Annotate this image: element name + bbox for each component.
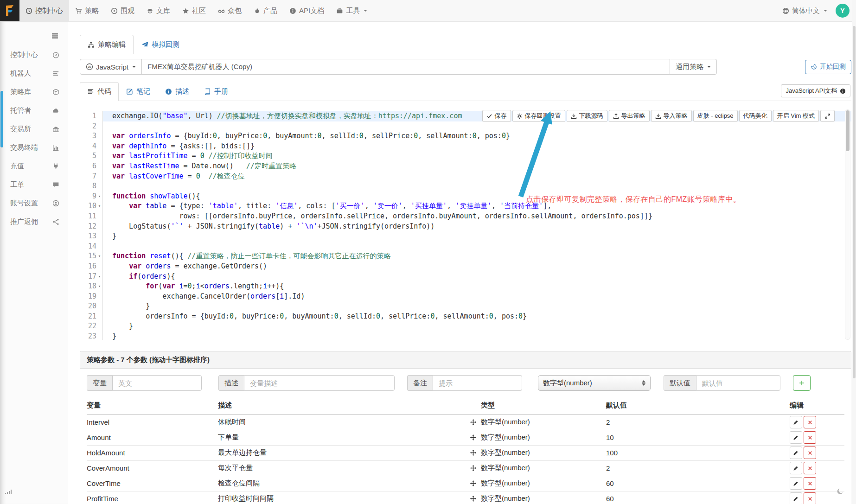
strategy-name-input[interactable] xyxy=(141,59,670,75)
nav-item-8[interactable]: 工具 xyxy=(330,0,373,21)
editor-tab-1[interactable]: 笔记 xyxy=(119,82,158,101)
move-icon[interactable] xyxy=(470,465,477,472)
delete-param-button[interactable] xyxy=(804,447,816,459)
nav-item-3[interactable]: 文库 xyxy=(141,0,176,21)
add-param-button[interactable] xyxy=(793,375,811,391)
code-line-20: 20 } xyxy=(80,301,851,312)
sidebar-collapse-button[interactable] xyxy=(0,22,68,45)
start-backtest-button[interactable]: 开始回测 xyxy=(805,60,851,74)
top-navbar: 控制中心策略围观文库社区众包产品API文档工具 简体中文 Y xyxy=(0,0,856,22)
edit-param-button[interactable] xyxy=(790,477,802,490)
delete-param-button[interactable] xyxy=(804,462,816,474)
delete-param-button[interactable] xyxy=(804,416,816,428)
caret-down-icon xyxy=(132,66,136,68)
move-icon[interactable] xyxy=(470,480,477,487)
page-tab-0[interactable]: 策略编辑 xyxy=(80,35,134,54)
page-tabs: 策略编辑模拟回测 xyxy=(80,35,851,54)
nav-item-6[interactable]: 产品 xyxy=(248,0,283,21)
code-editor[interactable]: 1exchange.IO("base", Url) //切换基地址，方便切换实盘… xyxy=(80,109,851,340)
sidebar-item-4[interactable]: 交易所 xyxy=(0,120,68,138)
info-circle-icon xyxy=(289,7,296,14)
language-selector[interactable]: 简体中文 xyxy=(782,6,827,15)
edit-param-button[interactable] xyxy=(790,416,802,428)
save-button[interactable]: 保存 xyxy=(482,110,511,122)
avatar[interactable]: Y xyxy=(836,4,850,18)
fmz-logo[interactable] xyxy=(0,0,19,21)
delete-param-button[interactable] xyxy=(804,492,816,504)
move-icon[interactable] xyxy=(470,495,477,502)
move-icon[interactable] xyxy=(470,449,477,456)
editor-scrollbar[interactable] xyxy=(845,109,850,340)
api-doc-button[interactable]: JavaScript API文档 xyxy=(781,84,850,97)
beautify-code-button[interactable]: 代码美化 xyxy=(739,110,772,122)
category-dropdown[interactable]: 通用策略 xyxy=(670,59,717,75)
move-icon[interactable] xyxy=(470,434,477,441)
bank-icon xyxy=(52,126,59,133)
night-mode-toggle[interactable] xyxy=(837,488,844,497)
chart-icon xyxy=(52,144,59,151)
export-strategy-button[interactable]: 导出策略 xyxy=(609,110,650,122)
sidebar-item-1[interactable]: 机器人 xyxy=(0,64,68,83)
delete-param-button[interactable] xyxy=(804,477,816,490)
nav-item-5[interactable]: 众包 xyxy=(212,0,248,21)
nav-item-1[interactable]: 策略 xyxy=(69,0,105,21)
fold-marker-icon[interactable]: ▾ xyxy=(96,251,102,262)
nav-item-7[interactable]: API文档 xyxy=(283,0,330,21)
page-scrollbar[interactable] xyxy=(852,0,856,504)
nav-item-4[interactable]: 社区 xyxy=(176,0,212,21)
sidebar-item-5[interactable]: 交易终端 xyxy=(0,138,68,157)
param-input-2[interactable] xyxy=(433,375,522,391)
nav-item-0[interactable]: 控制中心 xyxy=(19,0,69,21)
sidebar-item-3[interactable]: 托管者 xyxy=(0,101,68,120)
edit-param-button[interactable] xyxy=(790,462,802,474)
move-icon[interactable] xyxy=(470,419,477,426)
param-addon: 备注 xyxy=(407,375,433,391)
sidebar-item-2[interactable]: 策略库 xyxy=(0,83,68,101)
editor-scrollbar-thumb[interactable] xyxy=(846,110,850,151)
fold-marker-icon[interactable]: ▾ xyxy=(96,201,102,211)
align-left-icon xyxy=(87,88,94,95)
edit-param-button[interactable] xyxy=(790,431,802,444)
code-line-13: 13} xyxy=(80,231,851,242)
check-icon xyxy=(486,113,492,119)
editor-tab-3[interactable]: 手册 xyxy=(197,82,236,101)
fold-marker-icon[interactable]: ▾ xyxy=(96,191,102,202)
sidebar-item-6[interactable]: 充值 xyxy=(0,157,68,175)
nav-item-2[interactable]: 围观 xyxy=(105,0,141,21)
fold-marker-icon[interactable]: ▾ xyxy=(96,281,102,292)
param-type-select[interactable]: 数字型(number) xyxy=(538,375,651,391)
sidebar-item-0[interactable]: 控制中心 xyxy=(0,45,68,64)
line-number: 1 xyxy=(80,111,103,121)
language-dropdown[interactable]: JS JavaScript xyxy=(80,59,142,75)
param-form-group-2: 备注 xyxy=(407,375,522,391)
edit-param-button[interactable] xyxy=(790,447,802,459)
param-input-1[interactable] xyxy=(244,375,395,391)
param-input-0[interactable] xyxy=(112,375,202,391)
sidebar-item-label: 账号设置 xyxy=(10,199,38,208)
page-scrollbar-thumb[interactable] xyxy=(853,26,856,378)
line-number: 7 xyxy=(80,172,103,182)
delete-param-button[interactable] xyxy=(804,431,816,444)
code-line-22: 22 } xyxy=(80,321,851,332)
page-tab-label: 模拟回测 xyxy=(152,40,179,49)
line-number: 15▾ xyxy=(80,251,103,262)
sidebar-item-8[interactable]: 账号设置 xyxy=(0,194,68,212)
param-default-input[interactable] xyxy=(696,375,780,391)
param-name: Amount xyxy=(87,430,218,445)
vim-mode-button[interactable]: 开启 Vim 模式 xyxy=(773,110,819,122)
import-strategy-button[interactable]: 导入策略 xyxy=(651,110,692,122)
code-line-19: 19 exchange.CancelOrder(orders[i].Id) xyxy=(80,292,851,302)
save-backtest-settings-button[interactable]: 保存回测设置 xyxy=(512,110,565,122)
page-tab-1[interactable]: 模拟回测 xyxy=(134,35,187,54)
sidebar-item-9[interactable]: 推广返佣 xyxy=(0,212,68,231)
editor-tab-2[interactable]: 描述 xyxy=(158,82,197,101)
download-source-button[interactable]: 下载源码 xyxy=(567,110,607,122)
sidebar-item-7[interactable]: 工单 xyxy=(0,175,68,194)
fold-marker-icon[interactable]: ▾ xyxy=(96,272,102,282)
param-row-ProfitTime: ProfitTime打印收益时间间隔数字型(number)60 xyxy=(87,491,844,504)
edit-param-button[interactable] xyxy=(790,492,802,504)
pencil-icon xyxy=(793,434,799,440)
fullscreen-button[interactable] xyxy=(820,110,835,122)
editor-tab-0[interactable]: 代码 xyxy=(80,82,119,101)
skin-button[interactable]: 皮肤 - eclipse xyxy=(693,110,738,122)
